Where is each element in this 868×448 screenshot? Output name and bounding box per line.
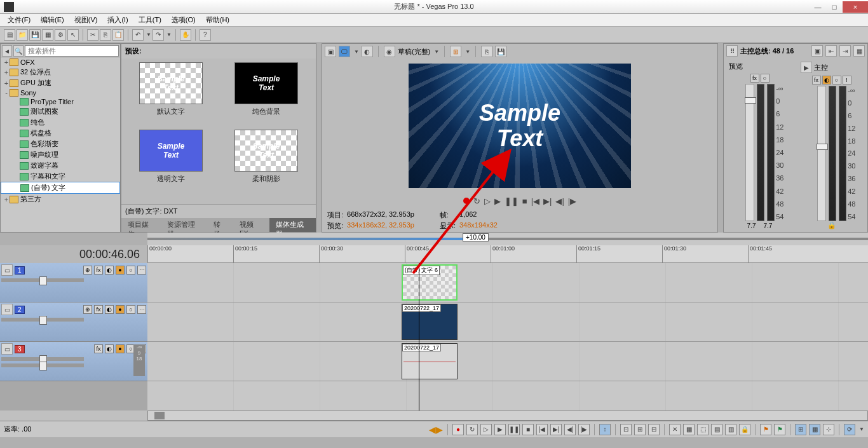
timeline-scrollbar[interactable] (0, 411, 868, 421)
tree-node[interactable]: 噪声纹理 (1, 149, 120, 160)
menu-tools[interactable]: 工具(T) (133, 14, 166, 26)
mixer-btn-2[interactable]: ⇤ (825, 45, 837, 57)
mixer-btn-4[interactable]: ▦ (853, 45, 865, 57)
preview-split-button[interactable]: ◐ (362, 46, 373, 57)
go-start-button[interactable]: |◀ (531, 196, 539, 206)
lock-icon[interactable]: 🔒 (827, 221, 836, 229)
go-start-button[interactable]: |◀ (536, 424, 548, 435)
tree-node[interactable]: +32 位浮点 (1, 67, 120, 78)
search-input[interactable] (25, 45, 119, 57)
splitter[interactable] (718, 43, 723, 233)
tab[interactable]: 项目媒体 (121, 218, 161, 232)
clip-audio[interactable]: 20200722_17 (402, 343, 458, 379)
solo-icon[interactable]: ○ (126, 266, 135, 275)
pause-button[interactable]: ❚❚ (508, 424, 520, 435)
tool-7[interactable]: ▤ (711, 424, 722, 435)
track-lane-1[interactable]: (自带) 文字 6 (147, 263, 868, 302)
tree-node[interactable]: -Sony (1, 88, 120, 97)
tree-node[interactable]: 纯色 (1, 117, 120, 128)
track-fx-icon[interactable]: fx (94, 266, 103, 275)
track-header-1[interactable]: ▭ 1 ⊕ fx ◐ ● ○ ⋯ (0, 263, 147, 302)
auto-ripple-button[interactable]: ⟳ (844, 424, 855, 435)
play-button[interactable]: ▶ (494, 196, 501, 206)
solo-icon[interactable]: ◐ (822, 76, 831, 85)
lock-button[interactable]: 🔒 (739, 424, 750, 435)
tool-5[interactable]: ▦ (683, 424, 695, 435)
snap-button[interactable]: ⊞ (795, 424, 806, 435)
render-button[interactable]: ▦ (42, 29, 53, 41)
track-pan-slider[interactable] (1, 363, 84, 367)
menu-options[interactable]: 选项(O) (166, 14, 201, 26)
automation-icon[interactable]: ◐ (105, 344, 114, 353)
tool-6[interactable]: ⬚ (697, 424, 709, 435)
marker-button[interactable]: ⚑ (760, 424, 771, 435)
more-icon[interactable]: ⋯ (137, 266, 146, 275)
preset-item[interactable]: SampleText透明文字 (125, 130, 217, 193)
splitter[interactable] (316, 43, 322, 233)
play-start-button[interactable]: ▷ (484, 196, 491, 206)
tree-node[interactable]: 色彩渐变 (1, 139, 120, 149)
tree-node[interactable]: 棋盘格 (1, 128, 120, 139)
more-icon[interactable]: ⋯ (137, 305, 146, 314)
bypass-fx-icon[interactable]: ⊕ (83, 305, 92, 314)
track-level-slider[interactable] (1, 318, 84, 322)
mute-icon[interactable]: ● (116, 305, 125, 314)
timecode-display[interactable]: 00:00:46.06 (0, 245, 147, 263)
loop-button[interactable]: ↻ (466, 424, 478, 435)
timeline-ruler[interactable]: 00:00:0000:00:1500:00:3000:00:4500:01:00… (147, 245, 868, 263)
mute-icon[interactable]: ● (116, 266, 125, 275)
mixer-grip-icon[interactable]: ⠿ (726, 45, 738, 57)
record-button[interactable] (463, 198, 470, 204)
save-snapshot-button[interactable]: 💾 (495, 46, 506, 57)
tool-8[interactable]: ▥ (725, 424, 736, 435)
plugin-tree[interactable]: +OFX+32 位浮点+GPU 加速-SonyProType Titler测试图… (1, 58, 120, 232)
preview-overlay-button[interactable]: ⊞ (450, 46, 461, 57)
prev-frame-button[interactable]: ◀| (564, 424, 576, 435)
tree-node[interactable]: 字幕和文字 (1, 171, 120, 182)
tool-1[interactable]: ⊡ (620, 424, 632, 435)
menu-edit[interactable]: 编辑(E) (36, 14, 69, 26)
quantize-button[interactable]: ▦ (809, 424, 820, 435)
preset-item[interactable]: SampleText默认文字 (125, 62, 217, 126)
track-lanes[interactable]: (自带) 文字 6 20200722_17 20200722_17 (147, 263, 868, 411)
track-header-2[interactable]: ▭ 2 ⊕ fx ◐ ● ○ ⋯ (0, 302, 147, 342)
track-lane-2[interactable]: 20200722_17 (147, 302, 868, 342)
timeline-overview[interactable] (147, 238, 868, 240)
dim-icon[interactable]: ! (843, 76, 851, 85)
track-minimize-icon[interactable]: ▭ (1, 264, 13, 276)
preset-item[interactable]: SampleText柔和阴影 (220, 130, 312, 193)
master-fader[interactable] (817, 86, 826, 221)
copy-button[interactable]: ⎘ (100, 29, 111, 41)
tab[interactable]: 视频 FX (233, 218, 269, 232)
clip-video[interactable]: 20200722_17 (402, 304, 458, 340)
menu-file[interactable]: 文件(F) (3, 14, 36, 26)
tab[interactable]: 媒体生成器 (269, 218, 316, 232)
go-end-button[interactable]: ▶| (550, 424, 562, 435)
tree-node[interactable]: +OFX (1, 58, 120, 67)
track-fx-icon[interactable]: fx (94, 344, 103, 353)
copy-snapshot-button[interactable]: ⎘ (481, 46, 492, 57)
mute-icon[interactable]: ● (116, 344, 125, 353)
paste-button[interactable]: 📋 (112, 29, 124, 41)
clip-text[interactable]: (自带) 文字 6 (402, 264, 458, 301)
go-end-button[interactable]: ▶| (543, 196, 552, 206)
tree-node[interactable]: +第三方 (1, 194, 120, 205)
bypass-fx-icon[interactable]: ⊕ (83, 266, 92, 275)
menu-help[interactable]: 帮助(H) (201, 14, 234, 26)
pause-button[interactable]: ❚❚ (505, 196, 519, 206)
prev-frame-button[interactable]: ◀| (555, 196, 564, 206)
record-button[interactable]: ● (452, 424, 464, 435)
track-vol-slider[interactable] (1, 357, 84, 361)
maximize-button[interactable]: □ (826, 1, 843, 13)
tool-3[interactable]: ⊟ (648, 424, 660, 435)
region-button[interactable]: ⚑ (774, 424, 785, 435)
tab[interactable]: 资源管理器 (161, 218, 207, 232)
redo-button[interactable]: ↷ (153, 29, 164, 41)
back-button[interactable]: ◄ (2, 45, 12, 57)
preview-quality-icon[interactable]: ◉ (384, 46, 395, 57)
tab[interactable]: 转场 (207, 218, 233, 232)
minimize-button[interactable]: — (810, 1, 826, 13)
cut-button[interactable]: ✂ (87, 29, 98, 41)
track-header-3[interactable]: ▭ 3 fx ◐ ● ○ ⋯ -∞ 9 18 (0, 342, 147, 381)
mixer-btn-1[interactable]: ▣ (811, 45, 823, 57)
